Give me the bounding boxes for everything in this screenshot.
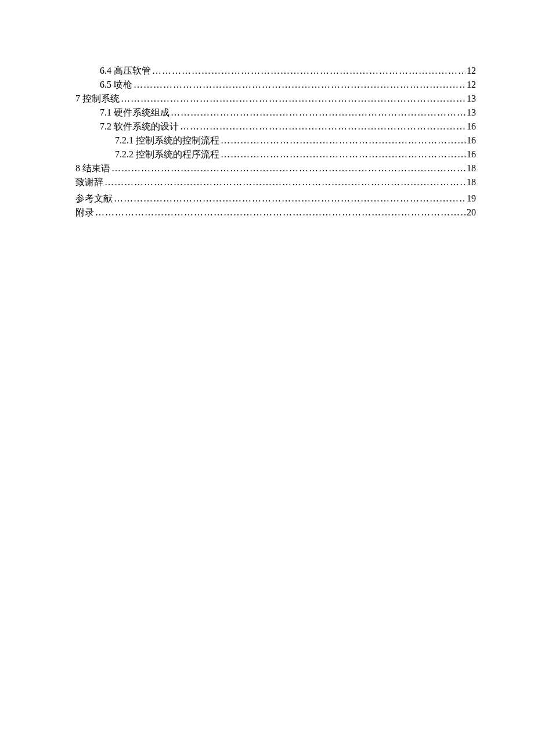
toc-entry: 6.4 高压软管12 [75, 64, 476, 78]
toc-label: 7.2 软件系统的设计 [100, 120, 179, 134]
toc-entry: 7.1 硬件系统组成13 [75, 106, 476, 120]
toc-entry: 附录 20 [75, 206, 476, 219]
toc-page-number: 13 [467, 106, 476, 120]
toc-label: 8 结束语 [75, 161, 110, 175]
toc-page-number: 20 [467, 206, 476, 219]
toc-leader-dots [171, 106, 466, 120]
toc-page-number: 18 [467, 175, 476, 189]
toc-leader-dots [114, 192, 466, 206]
toc-label: 致谢辞 [75, 175, 103, 189]
toc-entry: 6.5 喷枪12 [75, 78, 476, 92]
toc-label: 7.1 硬件系统组成 [100, 106, 169, 120]
toc-leader-dots [95, 206, 466, 219]
toc-entry: 参考文献 19 [75, 192, 476, 206]
toc-leader-dots [121, 92, 466, 106]
table-of-contents: 6.4 高压软管126.5 喷枪127 控制系统137.1 硬件系统组成137.… [75, 64, 476, 219]
toc-label: 7.2.2 控制系统的程序流程 [115, 147, 219, 161]
toc-leader-dots [104, 175, 466, 189]
toc-leader-dots [134, 78, 466, 92]
toc-leader-dots [221, 147, 466, 161]
toc-entry: 7.2 软件系统的设计16 [75, 120, 476, 134]
toc-page-number: 13 [467, 92, 476, 106]
toc-label: 6.5 喷枪 [100, 78, 132, 92]
toc-entry: 7.2.1 控制系统的控制流程16 [75, 134, 476, 147]
toc-page-number: 16 [467, 147, 476, 161]
toc-entry: 8 结束语18 [75, 161, 476, 175]
toc-page-number: 18 [467, 161, 476, 175]
toc-label: 7 控制系统 [75, 92, 120, 106]
toc-label: 附录 [75, 206, 94, 219]
toc-label: 7.2.1 控制系统的控制流程 [115, 134, 219, 147]
toc-label: 参考文献 [75, 192, 113, 206]
toc-page-number: 16 [467, 134, 476, 147]
toc-entry: 7.2.2 控制系统的程序流程16 [75, 147, 476, 161]
toc-entry: 7 控制系统13 [75, 92, 476, 106]
toc-page-number: 12 [467, 78, 476, 92]
toc-leader-dots [111, 161, 466, 175]
toc-page-number: 19 [467, 192, 476, 206]
toc-page-number: 16 [467, 120, 476, 134]
toc-leader-dots [180, 120, 466, 134]
toc-leader-dots [221, 134, 466, 147]
toc-leader-dots [152, 64, 466, 78]
toc-entry: 致谢辞 18 [75, 175, 476, 189]
toc-page-number: 12 [467, 64, 476, 78]
toc-label: 6.4 高压软管 [100, 64, 151, 78]
